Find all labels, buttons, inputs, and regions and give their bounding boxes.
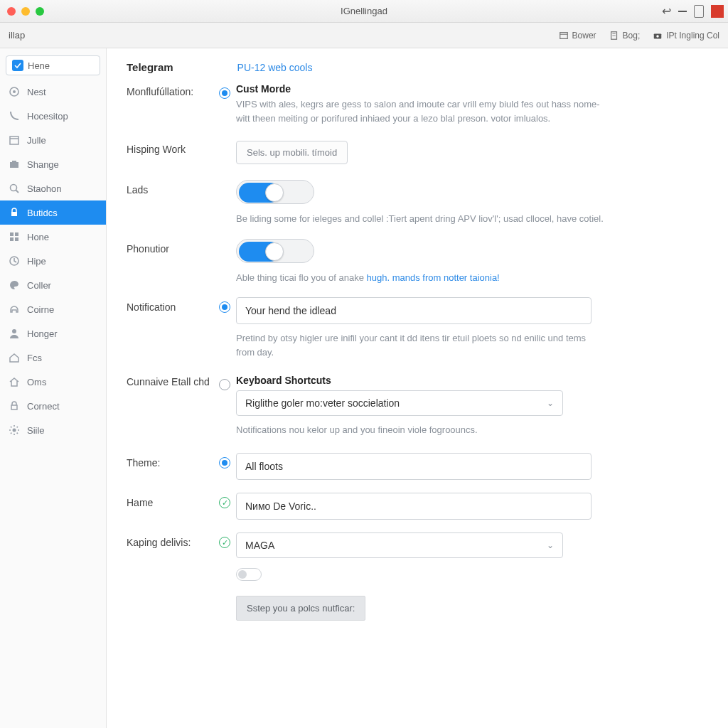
main-panel: Telegram PU-12 web cools Monflufúllation… (107, 48, 728, 728)
sidebar-item-label: Butidcs (27, 208, 58, 218)
sidebar-item-butidcs[interactable]: Butidcs (0, 200, 106, 225)
phonutior-link[interactable]: hugh. mands from notter taionia! (367, 272, 500, 283)
search-icon (9, 183, 20, 194)
svg-rect-17 (15, 232, 18, 236)
minimize-icon[interactable] (678, 11, 687, 12)
toolbar-ingling-label: IPt Ingling Col (666, 31, 719, 41)
kaping-radio[interactable] (219, 537, 230, 548)
svg-rect-12 (12, 161, 16, 162)
svg-rect-19 (15, 237, 18, 241)
sidebar-search[interactable]: Hene (6, 55, 100, 75)
svg-rect-18 (10, 237, 14, 241)
sidebar-item-label: Honger (27, 328, 58, 339)
mode-title: Cust Morde (236, 83, 685, 95)
phonutior-toggle[interactable] (236, 239, 314, 263)
sidebar-item-label: Nest (27, 87, 46, 97)
svg-rect-15 (11, 212, 17, 216)
target-icon (9, 86, 20, 97)
sidebar-item-label: Hocesitop (27, 111, 68, 122)
gear-icon (9, 424, 20, 436)
sidebar-item-honger[interactable]: Honger (0, 321, 106, 346)
sidebar-item-label: Oms (27, 377, 46, 387)
keyboard-description: Notifications nou kelor up and you fineo… (236, 423, 606, 437)
sidebar-item-julle[interactable]: Julle (0, 128, 106, 152)
keyboard-select-value: Riglithe goler mo:veter soccielation (245, 397, 400, 409)
calendar-icon (9, 134, 20, 146)
sidebar-item-hone[interactable]: Hone (0, 225, 106, 249)
sidebar-item-hipe[interactable]: Hipe (0, 249, 106, 273)
theme-input[interactable]: All floots (236, 453, 592, 480)
house-outline-icon (9, 376, 20, 387)
lads-toggle[interactable] (236, 180, 314, 204)
mode-radio[interactable] (219, 87, 230, 99)
keyboard-title: Keyboard Shortcuts (236, 375, 685, 386)
kaping-mini-toggle[interactable] (236, 568, 262, 581)
mode-description: VIPS with ales, kegrs are gess to salon … (236, 97, 606, 125)
kaping-select[interactable]: MAGA ⌄ (236, 532, 563, 558)
keyboard-label: Cunnaive Etall chd (127, 375, 219, 387)
chevron-down-icon: ⌄ (547, 398, 554, 408)
sidebar-item-label: Coller (27, 280, 51, 291)
window-minimize-button[interactable] (21, 7, 30, 16)
notification-label: Notification (127, 297, 219, 313)
phonutior-label: Phonutior (127, 239, 219, 255)
app-brand: illap (9, 30, 25, 41)
kaping-select-value: MAGA (245, 540, 274, 551)
sidebar-item-coirne[interactable]: Coirne (0, 297, 106, 321)
sidebar-search-text: Hene (28, 60, 50, 71)
sidebar-item-label: Shange (27, 159, 59, 170)
clock-icon (9, 255, 20, 267)
back-arrow-icon[interactable]: ↩ (662, 4, 671, 18)
lock-outline-icon (9, 400, 20, 412)
house-icon (9, 352, 20, 363)
notification-radio[interactable] (219, 301, 230, 313)
svg-rect-11 (10, 162, 18, 168)
sidebar-search-icon (12, 60, 23, 71)
headset-icon (9, 304, 20, 315)
sidebar-item-fcs[interactable]: Fcs (0, 346, 106, 370)
window-close-button[interactable] (7, 7, 16, 16)
sidebar-item-label: Hipe (27, 256, 46, 267)
notification-input[interactable]: Your hend the idlead (236, 297, 592, 324)
person-icon (9, 328, 20, 339)
svg-point-8 (13, 90, 16, 93)
maximize-icon[interactable] (694, 5, 704, 18)
lock-icon (9, 207, 20, 218)
theme-radio[interactable] (219, 457, 230, 469)
palette-icon (9, 279, 20, 291)
sidebar-item-hocesitop[interactable]: Hocesitop (0, 104, 106, 128)
toolbar-bog-button[interactable]: Bog; (609, 31, 641, 41)
hame-input[interactable]: Nимо De Voric.. (236, 493, 592, 520)
sidebar-item-siile[interactable]: Siile (0, 418, 106, 442)
header-link[interactable]: PU-12 web cools (237, 62, 313, 73)
sidebar-item-oms[interactable]: Oms (0, 370, 106, 394)
sidebar: Hene Nest Hocesitop Julle Shange Staohon… (0, 48, 107, 728)
svg-point-6 (657, 35, 660, 38)
sidebar-item-cornect[interactable]: Cornect (0, 394, 106, 418)
close-icon[interactable] (711, 5, 724, 18)
keyboard-select[interactable]: Riglithe goler mo:veter soccielation ⌄ (236, 390, 563, 416)
document-icon (609, 31, 619, 41)
footer-button[interactable]: Sstep you a polcs nutficar: (236, 596, 365, 621)
page-title: Telegram (127, 61, 173, 73)
toolbar-bower-button[interactable]: Bower (559, 31, 596, 41)
app-toolbar: illap Bower Bog; IPt Ingling Col (0, 23, 728, 48)
sidebar-item-label: Staohon (27, 183, 61, 194)
sidebar-item-label: Coirne (27, 304, 54, 315)
chevron-down-icon: ⌄ (547, 540, 554, 550)
mode-label: Monflufúllation: (127, 83, 219, 97)
hame-radio[interactable] (219, 497, 230, 508)
svg-rect-9 (10, 136, 18, 144)
sidebar-item-coller[interactable]: Coller (0, 273, 106, 297)
sidebar-item-nest[interactable]: Nest (0, 80, 106, 104)
sidebar-item-label: Julle (27, 135, 46, 146)
window-title: IGnellingad (341, 6, 387, 16)
sidebar-item-staohon[interactable]: Staohon (0, 176, 106, 200)
sidebar-item-shange[interactable]: Shange (0, 152, 106, 176)
keyboard-radio[interactable] (219, 379, 230, 390)
window-zoom-button[interactable] (36, 7, 44, 16)
svg-point-23 (13, 429, 16, 432)
sidebar-item-label: Cornect (27, 401, 60, 412)
toolbar-ingling-button[interactable]: IPt Ingling Col (653, 31, 719, 41)
hisping-button[interactable]: Sels. up mobili. tímoid (236, 141, 348, 164)
